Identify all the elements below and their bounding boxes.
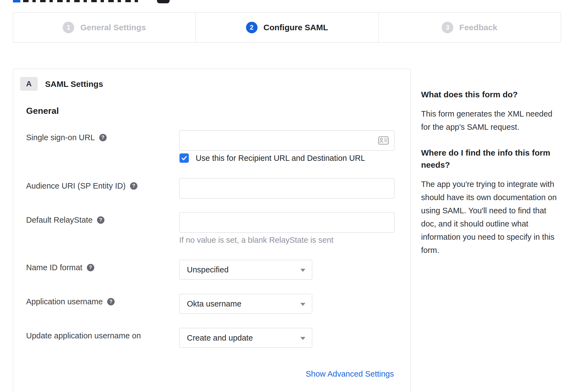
show-advanced-settings-link[interactable]: Show Advanced Settings	[306, 369, 394, 379]
application-username-label: Application username	[26, 297, 103, 306]
application-username-value: Okta username	[179, 299, 241, 308]
step-3-label: Feedback	[459, 23, 497, 32]
audience-uri-input[interactable]	[179, 178, 394, 198]
chevron-down-icon	[300, 303, 305, 306]
audience-uri-input-wrap	[179, 178, 394, 198]
cropped-logo-fragment	[13, 0, 20, 2]
help-body-what: This form generates the XML needed for t…	[421, 107, 557, 134]
step-2-label: Configure SAML	[264, 23, 328, 32]
application-username-select[interactable]: Okta username	[179, 294, 312, 314]
contact-card-icon	[378, 136, 389, 145]
chevron-down-icon	[300, 269, 305, 272]
cropped-heading-text	[23, 0, 139, 2]
relay-state-label: Default RelayState	[26, 216, 93, 225]
step-1-label: General Settings	[80, 23, 146, 32]
help-icon[interactable]: ?	[130, 182, 137, 190]
sso-url-label-row: Single sign-on URL ?	[26, 133, 107, 142]
step-2-number: 2	[250, 24, 253, 31]
step-general-settings[interactable]: 1 General Settings	[13, 13, 195, 42]
recipient-url-checkbox-row: Use this for Recipient URL and Destinati…	[179, 153, 365, 163]
help-body-where: The app you're trying to integrate with …	[421, 178, 557, 257]
update-username-label-row: Update application username on	[26, 331, 141, 340]
recipient-url-checkbox-label[interactable]: Use this for Recipient URL and Destinati…	[196, 154, 365, 163]
update-username-select[interactable]: Create and update	[179, 328, 312, 348]
recipient-url-checkbox[interactable]	[179, 153, 189, 163]
step-1-number: 1	[67, 24, 70, 31]
sso-url-input-wrap	[179, 130, 394, 151]
name-id-format-value: Unspecified	[179, 265, 229, 274]
help-sidebar: What does this form do? This form genera…	[421, 89, 557, 270]
update-username-value: Create and update	[179, 333, 253, 343]
help-icon[interactable]: ?	[99, 134, 107, 141]
step-3-number: 3	[446, 24, 449, 31]
relay-state-input-wrap	[179, 212, 394, 233]
chevron-down-icon	[300, 337, 305, 340]
relay-state-label-row: Default RelayState ?	[26, 216, 104, 225]
help-icon[interactable]: ?	[97, 216, 104, 224]
update-username-label: Update application username on	[26, 331, 141, 340]
step-2-circle: 2	[246, 22, 258, 33]
help-heading-what: What does this form do?	[421, 89, 557, 101]
cropped-badge-fragment	[157, 0, 170, 3]
audience-uri-label-row: Audience URI (SP Entity ID) ?	[26, 181, 137, 191]
name-id-format-label-row: Name ID format ?	[26, 263, 94, 272]
help-heading-where: Where do I find the info this form needs…	[421, 147, 557, 171]
sso-url-label: Single sign-on URL	[26, 133, 95, 142]
sso-url-input[interactable]	[179, 131, 394, 150]
name-id-format-select[interactable]: Unspecified	[179, 260, 312, 280]
help-icon[interactable]: ?	[87, 264, 94, 271]
checkmark-icon	[181, 155, 187, 161]
relay-state-hint: If no value is set, a blank RelayState i…	[179, 236, 333, 245]
relay-state-input[interactable]	[179, 212, 394, 232]
panel-title: SAML Settings	[45, 79, 103, 89]
step-1-circle: 1	[63, 22, 74, 33]
wizard-stepper: 1 General Settings 2 Configure SAML 3 Fe…	[13, 12, 561, 43]
help-icon[interactable]: ?	[107, 298, 115, 305]
step-3-circle: 3	[442, 22, 453, 33]
cropped-page-header	[0, 0, 575, 4]
step-configure-saml[interactable]: 2 Configure SAML	[195, 13, 378, 42]
name-id-format-label: Name ID format	[26, 263, 82, 272]
step-feedback[interactable]: 3 Feedback	[378, 13, 561, 42]
saml-settings-panel: A SAML Settings General Single sign-on U…	[13, 69, 411, 392]
application-username-label-row: Application username ?	[26, 297, 115, 306]
group-title: General	[26, 106, 59, 116]
section-a-badge: A	[20, 77, 38, 91]
audience-uri-label: Audience URI (SP Entity ID)	[26, 181, 126, 191]
